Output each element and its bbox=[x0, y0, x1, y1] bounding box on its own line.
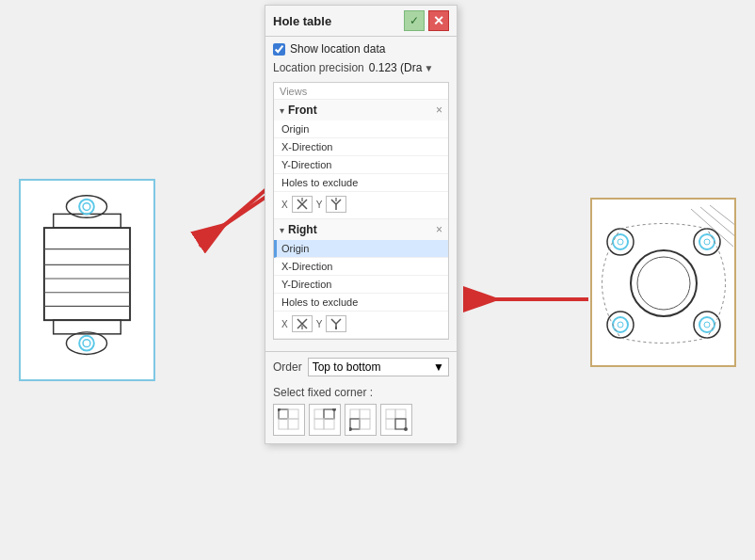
fixed-corner-label: Select fixed corner : bbox=[273, 386, 449, 399]
front-y-btn[interactable] bbox=[326, 196, 346, 213]
right-view-name: Right bbox=[288, 223, 317, 236]
front-ydirection-field[interactable]: Y-Direction bbox=[274, 156, 448, 174]
dialog-body: Show location data Location precision 0.… bbox=[265, 37, 457, 351]
svg-rect-67 bbox=[386, 409, 395, 419]
front-holes-exclude-field[interactable]: Holes to exclude bbox=[274, 174, 448, 192]
show-location-row: Show location data bbox=[273, 42, 449, 56]
front-view-header-left: ▾ Front bbox=[280, 104, 317, 117]
precision-label: Location precision bbox=[273, 61, 364, 74]
svg-point-2 bbox=[79, 200, 94, 215]
svg-line-48 bbox=[331, 319, 336, 324]
svg-rect-63 bbox=[360, 409, 370, 419]
svg-point-71 bbox=[404, 427, 408, 431]
svg-rect-70 bbox=[395, 419, 406, 429]
dialog-title: Hole table bbox=[273, 14, 331, 28]
fixed-corner-row: Select fixed corner : bbox=[265, 382, 457, 443]
precision-dropdown-arrow: ▼ bbox=[424, 63, 433, 73]
right-chevron-icon: ▾ bbox=[280, 225, 284, 235]
svg-rect-52 bbox=[279, 409, 288, 419]
corner-bottom-right-button[interactable] bbox=[380, 404, 412, 436]
order-value: Top to bottom bbox=[313, 360, 381, 374]
show-location-checkbox[interactable] bbox=[273, 43, 285, 56]
svg-line-36 bbox=[200, 184, 273, 247]
right-x-label: X bbox=[281, 319, 288, 329]
right-ydirection-field[interactable]: Y-Direction bbox=[274, 276, 448, 294]
svg-rect-57 bbox=[314, 409, 324, 419]
right-part-svg bbox=[592, 200, 736, 367]
front-view-header[interactable]: ▾ Front × bbox=[274, 100, 448, 120]
svg-rect-62 bbox=[350, 409, 360, 419]
corner-bottom-left-button[interactable] bbox=[345, 404, 377, 436]
right-y-label: Y bbox=[316, 319, 323, 329]
svg-point-3 bbox=[83, 203, 90, 211]
hole-table-dialog: Hole table ✓ ✕ Show location data Locati… bbox=[265, 5, 458, 444]
svg-rect-59 bbox=[314, 419, 324, 429]
order-select[interactable]: Top to bottom ▼ bbox=[308, 358, 449, 376]
precision-value: 0.123 (Dra bbox=[369, 61, 423, 74]
right-technical-drawing bbox=[590, 198, 736, 367]
svg-rect-14 bbox=[594, 201, 734, 365]
dialog-title-bar: Hole table ✓ ✕ bbox=[265, 6, 457, 37]
confirm-button[interactable]: ✓ bbox=[404, 10, 425, 31]
svg-line-49 bbox=[336, 319, 341, 324]
front-origin-field[interactable]: Origin bbox=[274, 120, 448, 138]
views-section: Views ▾ Front × Origin X-Direction Y bbox=[273, 82, 449, 340]
right-view-header[interactable]: ▾ Right × bbox=[274, 219, 448, 240]
left-technical-drawing bbox=[19, 179, 155, 381]
svg-rect-0 bbox=[54, 214, 121, 228]
svg-rect-60 bbox=[324, 419, 334, 429]
svg-rect-64 bbox=[350, 419, 360, 429]
svg-line-42 bbox=[336, 200, 341, 204]
front-x-btn[interactable] bbox=[292, 196, 313, 213]
svg-point-61 bbox=[332, 408, 336, 411]
right-view-header-left: ▾ Right bbox=[280, 223, 317, 236]
order-dropdown-arrow: ▼ bbox=[433, 360, 444, 374]
svg-point-56 bbox=[278, 408, 281, 411]
svg-rect-65 bbox=[360, 419, 370, 429]
left-part-svg bbox=[24, 186, 150, 374]
svg-rect-58 bbox=[324, 409, 334, 419]
svg-rect-53 bbox=[288, 409, 298, 419]
corner-buttons bbox=[273, 404, 449, 436]
front-view-group: ▾ Front × Origin X-Direction Y-Direction… bbox=[274, 100, 448, 219]
right-xdirection-field[interactable]: X-Direction bbox=[274, 258, 448, 276]
svg-point-13 bbox=[83, 340, 90, 347]
svg-rect-69 bbox=[386, 419, 395, 429]
svg-line-41 bbox=[331, 200, 336, 204]
front-xy-row: X Y bbox=[274, 192, 448, 218]
svg-rect-54 bbox=[279, 419, 288, 429]
right-origin-field[interactable]: Origin bbox=[274, 240, 448, 258]
right-x-btn[interactable] bbox=[292, 315, 313, 332]
right-view-close-icon[interactable]: × bbox=[436, 223, 442, 236]
front-view-close-icon[interactable]: × bbox=[436, 104, 442, 117]
svg-rect-68 bbox=[395, 409, 406, 419]
right-y-btn[interactable] bbox=[326, 315, 346, 332]
show-location-label: Show location data bbox=[290, 42, 385, 56]
front-xdirection-field[interactable]: X-Direction bbox=[274, 138, 448, 156]
precision-dropdown[interactable]: 0.123 (Dra ▼ bbox=[369, 61, 434, 74]
front-y-label: Y bbox=[316, 200, 323, 210]
views-label: Views bbox=[274, 83, 448, 100]
front-x-label: X bbox=[281, 200, 288, 210]
dialog-title-buttons: ✓ ✕ bbox=[404, 10, 449, 31]
right-view-group: ▾ Right × Origin X-Direction Y-Direction… bbox=[274, 219, 448, 339]
order-row: Order Top to bottom ▼ bbox=[265, 351, 457, 382]
precision-row: Location precision 0.123 (Dra ▼ bbox=[273, 61, 449, 74]
svg-point-12 bbox=[79, 336, 94, 351]
svg-rect-55 bbox=[288, 419, 298, 429]
right-holes-exclude-field[interactable]: Holes to exclude bbox=[274, 294, 448, 312]
svg-point-66 bbox=[349, 427, 352, 431]
front-view-name: Front bbox=[288, 104, 317, 117]
right-xy-row: X Y bbox=[274, 312, 448, 338]
corner-top-left-button[interactable] bbox=[273, 404, 305, 436]
order-label: Order bbox=[273, 360, 302, 374]
front-chevron-icon: ▾ bbox=[280, 105, 284, 116]
corner-top-right-button[interactable] bbox=[309, 404, 341, 436]
close-button[interactable]: ✕ bbox=[428, 10, 449, 31]
